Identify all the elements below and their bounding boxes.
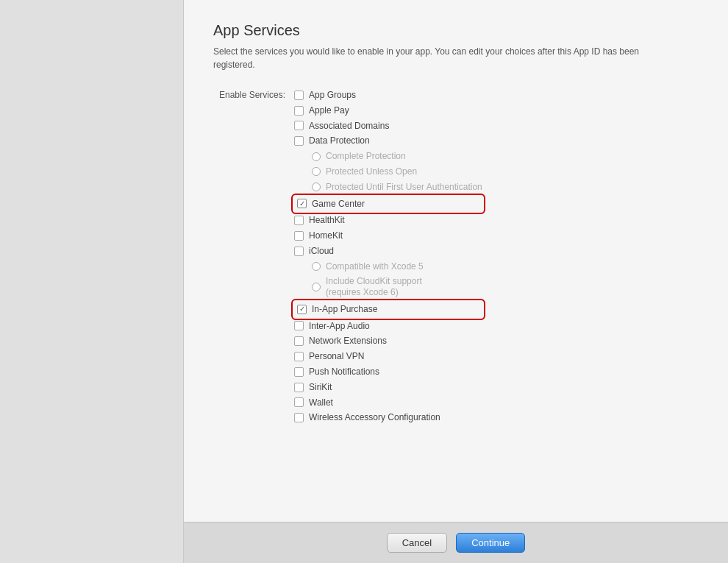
footer: Cancel Continue bbox=[184, 522, 728, 563]
service-label-apple-pay: Apple Pay bbox=[309, 105, 349, 117]
service-label-data-protection: Data Protection bbox=[309, 135, 370, 147]
service-item-complete-protection: Complete Protection bbox=[294, 150, 482, 163]
checkbox-in-app-purchase[interactable] bbox=[297, 305, 307, 314]
service-label-homekit: HomeKit bbox=[309, 230, 343, 242]
service-label-protected-unless-open: Protected Unless Open bbox=[326, 166, 417, 178]
enable-services-label: Enable Services: bbox=[213, 89, 294, 100]
service-label-wallet: Wallet bbox=[309, 397, 333, 409]
service-item-game-center: Game Center bbox=[294, 196, 482, 212]
service-item-push-notifications: Push Notifications bbox=[294, 366, 482, 378]
service-item-protected-unless-open: Protected Unless Open bbox=[294, 166, 482, 178]
service-label-sirikit: SiriKit bbox=[309, 381, 332, 394]
continue-button[interactable]: Continue bbox=[456, 533, 525, 553]
service-item-healthkit: HealthKit bbox=[294, 214, 482, 227]
service-label-xcode5: Compatible with Xcode 5 bbox=[326, 261, 424, 273]
service-item-data-protection: Data Protection bbox=[294, 135, 482, 147]
main-content: App Services Select the services you wou… bbox=[184, 0, 728, 563]
service-label-inter-app-audio: Inter-App Audio bbox=[309, 320, 370, 333]
service-label-cloudkit-line2: (requires Xcode 6) bbox=[326, 287, 422, 299]
service-item-wireless-accessory: Wireless Accessory Configuration bbox=[294, 411, 482, 424]
checkbox-app-groups[interactable] bbox=[294, 91, 304, 100]
checkbox-homekit[interactable] bbox=[294, 231, 304, 241]
checkbox-game-center[interactable] bbox=[297, 199, 307, 208]
radio-xcode5[interactable] bbox=[312, 262, 321, 271]
radio-complete-protection[interactable] bbox=[312, 152, 321, 161]
service-label-icloud: iCloud bbox=[309, 245, 334, 258]
checkbox-network-extensions[interactable] bbox=[294, 336, 304, 346]
checkbox-wallet[interactable] bbox=[294, 397, 304, 407]
service-label-network-extensions: Network Extensions bbox=[309, 335, 387, 347]
service-item-network-extensions: Network Extensions bbox=[294, 335, 482, 347]
checkbox-icloud[interactable] bbox=[294, 247, 304, 256]
checkbox-apple-pay[interactable] bbox=[294, 106, 304, 116]
service-item-cloudkit: Include CloudKit support (requires Xcode… bbox=[294, 276, 482, 299]
services-list: App Groups Apple Pay Associated Domains bbox=[294, 89, 482, 424]
service-item-homekit: HomeKit bbox=[294, 230, 482, 242]
service-item-icloud: iCloud bbox=[294, 245, 482, 258]
service-label-associated-domains: Associated Domains bbox=[309, 120, 389, 132]
service-item-inter-app-audio: Inter-App Audio bbox=[294, 320, 482, 333]
service-label-app-groups: App Groups bbox=[309, 89, 356, 102]
service-item-app-groups: App Groups bbox=[294, 89, 482, 102]
service-item-associated-domains: Associated Domains bbox=[294, 120, 482, 132]
service-label-cloudkit-line1: Include CloudKit support bbox=[326, 276, 422, 288]
service-label-wireless-accessory: Wireless Accessory Configuration bbox=[309, 411, 440, 424]
service-label-protected-until-auth: Protected Until First User Authenticatio… bbox=[326, 181, 482, 194]
service-item-sirikit: SiriKit bbox=[294, 381, 482, 394]
sidebar bbox=[0, 0, 184, 563]
service-item-personal-vpn: Personal VPN bbox=[294, 350, 482, 363]
service-item-wallet: Wallet bbox=[294, 397, 482, 409]
radio-protected-unless-open[interactable] bbox=[312, 167, 321, 176]
checkbox-push-notifications[interactable] bbox=[294, 367, 304, 377]
radio-cloudkit[interactable] bbox=[312, 283, 321, 291]
service-label-push-notifications: Push Notifications bbox=[309, 366, 379, 378]
page-title: App Services bbox=[213, 22, 699, 39]
checkbox-data-protection[interactable] bbox=[294, 136, 304, 146]
cancel-button[interactable]: Cancel bbox=[387, 533, 447, 553]
checkbox-wireless-accessory[interactable] bbox=[294, 413, 304, 422]
checkbox-sirikit[interactable] bbox=[294, 383, 304, 392]
page-description: Select the services you would like to en… bbox=[213, 45, 669, 71]
service-item-in-app-purchase: In-App Purchase bbox=[294, 302, 482, 317]
radio-protected-until-auth[interactable] bbox=[312, 183, 321, 191]
service-label-complete-protection: Complete Protection bbox=[326, 150, 406, 163]
checkbox-associated-domains[interactable] bbox=[294, 121, 304, 130]
checkbox-inter-app-audio[interactable] bbox=[294, 321, 304, 330]
content-area: App Services Select the services you wou… bbox=[184, 0, 728, 522]
service-label-in-app-purchase: In-App Purchase bbox=[312, 303, 377, 316]
service-label-game-center: Game Center bbox=[312, 198, 365, 210]
service-item-xcode5: Compatible with Xcode 5 bbox=[294, 261, 482, 273]
services-table: Enable Services: App Groups Apple Pay bbox=[213, 89, 699, 425]
checkbox-healthkit[interactable] bbox=[294, 216, 304, 225]
service-item-protected-until-auth: Protected Until First User Authenticatio… bbox=[294, 181, 482, 194]
service-label-cloudkit: Include CloudKit support (requires Xcode… bbox=[326, 276, 422, 299]
service-item-apple-pay: Apple Pay bbox=[294, 105, 482, 117]
checkbox-personal-vpn[interactable] bbox=[294, 352, 304, 361]
service-label-personal-vpn: Personal VPN bbox=[309, 350, 364, 363]
services-row: Enable Services: App Groups Apple Pay bbox=[213, 89, 699, 424]
service-label-healthkit: HealthKit bbox=[309, 214, 345, 227]
